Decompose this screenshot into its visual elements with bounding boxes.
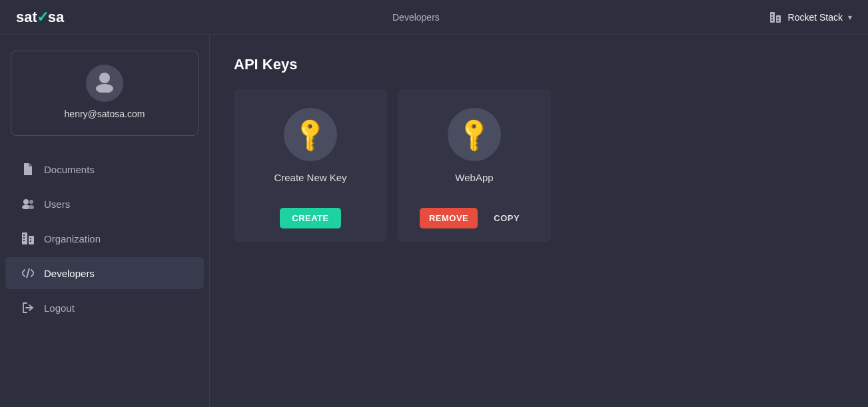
svg-rect-4	[771, 19, 773, 21]
create-new-key-card: 🔑 Create New Key CREATE	[234, 89, 387, 242]
svg-rect-14	[29, 236, 34, 244]
main-layout: henry@satosa.com Documents User	[0, 35, 868, 407]
webapp-key-actions: REMOVE COPY	[411, 197, 538, 228]
svg-rect-16	[23, 237, 25, 238]
create-key-icon-circle: 🔑	[284, 108, 337, 161]
content-area: API Keys 🔑 Create New Key CREATE 🔑 WebAp…	[210, 35, 868, 407]
create-button[interactable]: CREATE	[280, 208, 340, 228]
developers-label: Developers	[44, 268, 95, 279]
documents-label: Documents	[44, 164, 95, 175]
svg-point-9	[23, 199, 29, 204]
user-profile: henry@satosa.com	[11, 51, 199, 136]
user-email: henry@satosa.com	[65, 109, 145, 119]
svg-point-7	[99, 73, 110, 83]
svg-line-20	[27, 268, 29, 278]
developers-icon	[21, 266, 35, 280]
svg-rect-5	[777, 17, 779, 19]
remove-button[interactable]: REMOVE	[420, 208, 478, 228]
svg-rect-1	[776, 15, 781, 23]
svg-point-12	[29, 205, 34, 209]
sidebar-item-documents[interactable]: Documents	[5, 153, 204, 185]
sidebar: henry@satosa.com Documents User	[0, 35, 210, 407]
logo: sat✓sa	[16, 9, 64, 26]
avatar	[86, 65, 123, 102]
page-title: API Keys	[234, 56, 844, 73]
svg-rect-17	[23, 240, 25, 241]
organization-icon	[21, 232, 35, 245]
users-icon	[21, 197, 35, 210]
header: sat✓sa Developers Rocket Stack ▾	[0, 0, 868, 35]
svg-point-11	[29, 200, 33, 204]
header-org: Rocket Stack ▾	[768, 10, 852, 25]
webapp-key-icon: 🔑	[454, 114, 495, 155]
webapp-key-name: WebApp	[455, 172, 493, 183]
organization-label: Organization	[44, 233, 101, 244]
logo-checkmark: ✓	[37, 9, 49, 26]
svg-rect-18	[30, 238, 31, 239]
document-icon	[21, 163, 35, 176]
sidebar-item-developers[interactable]: Developers	[5, 257, 204, 289]
webapp-icon-circle: 🔑	[448, 108, 501, 161]
copy-button[interactable]: COPY	[484, 208, 529, 228]
webapp-key-card: 🔑 WebApp REMOVE COPY	[398, 89, 551, 242]
create-key-name: Create New Key	[274, 172, 346, 183]
svg-rect-3	[771, 17, 773, 18]
logout-icon	[21, 301, 35, 314]
api-keys-grid: 🔑 Create New Key CREATE 🔑 WebApp REMOVE …	[234, 89, 844, 242]
users-label: Users	[44, 199, 70, 210]
svg-rect-15	[23, 234, 25, 236]
svg-rect-2	[771, 14, 773, 15]
key-icon: 🔑	[290, 114, 331, 155]
sidebar-item-users[interactable]: Users	[5, 188, 204, 220]
create-key-actions: CREATE	[247, 197, 374, 228]
svg-point-8	[96, 84, 113, 93]
sidebar-item-organization[interactable]: Organization	[5, 222, 204, 254]
chevron-down-icon[interactable]: ▾	[848, 13, 852, 22]
user-icon	[93, 69, 117, 98]
logout-label: Logout	[44, 302, 75, 314]
building-icon	[768, 10, 783, 25]
org-name: Rocket Stack	[788, 12, 843, 23]
svg-rect-6	[777, 20, 779, 21]
sidebar-item-logout[interactable]: Logout	[5, 292, 204, 324]
svg-rect-19	[30, 240, 31, 242]
header-nav-label: Developers	[392, 12, 440, 23]
logo-text: sat✓sa	[16, 9, 64, 26]
